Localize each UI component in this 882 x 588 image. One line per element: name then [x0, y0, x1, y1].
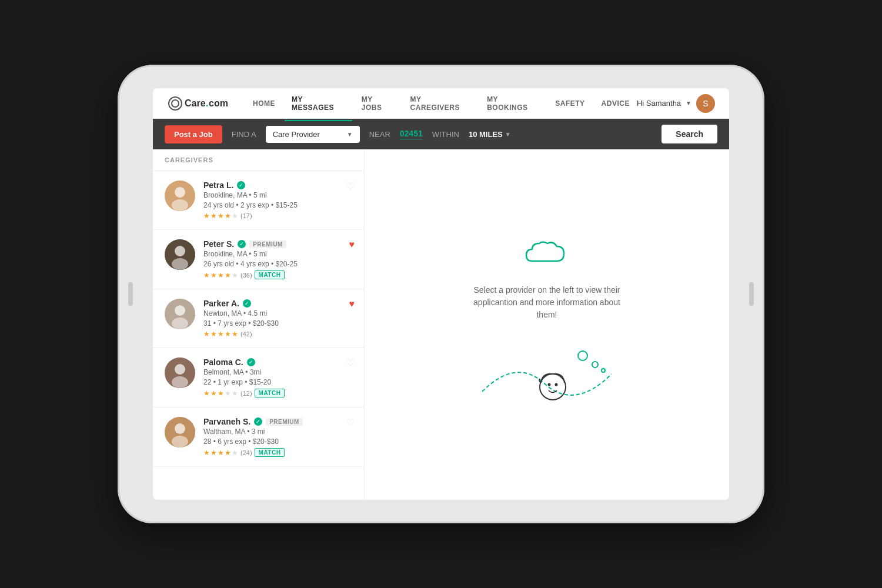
- search-toolbar: Post a Job FIND A Care Provider ▼ NEAR 0…: [153, 119, 729, 149]
- stars: ★★★★★: [203, 449, 238, 457]
- review-count: (42): [240, 330, 252, 338]
- main-nav: Care . com HOME MY MESSAGES MY JOBS MY C…: [153, 88, 729, 119]
- within-label: WITHIN: [432, 130, 459, 139]
- premium-badge: PREMIUM: [249, 240, 286, 248]
- review-count: (24): [240, 449, 252, 456]
- caregiver-avatar: [165, 358, 195, 388]
- caregiver-list: CAREGIVERS Petra L.✓Brookline, MA • 5 mi…: [153, 149, 365, 500]
- star-icon: ★: [218, 271, 224, 279]
- caregiver-info: Paloma C.✓Belmont, MA • 3mi22 • 1 yr exp…: [203, 358, 352, 397]
- logo[interactable]: Care . com: [167, 95, 232, 112]
- empty-state-text: Select a provider on the left to view th…: [470, 284, 623, 321]
- zip-code-field[interactable]: 02451: [400, 129, 423, 139]
- caregiver-info: Parker A.✓Newton, MA • 4.5 mi31 • 7 yrs …: [203, 299, 352, 338]
- svg-point-9: [175, 246, 185, 256]
- within-chevron-icon: ▼: [505, 131, 511, 138]
- caregiver-item[interactable]: Peter S.✓PREMIUMBrookline, MA • 5 mi26 y…: [153, 230, 364, 289]
- svg-point-10: [172, 258, 188, 270]
- nav-my-caregivers[interactable]: MY CAREGIVERS: [403, 88, 478, 121]
- near-label: NEAR: [369, 130, 390, 139]
- svg-point-19: [172, 436, 188, 447]
- svg-point-7: [172, 199, 188, 211]
- caregiver-name: Parvaneh S.: [203, 417, 250, 426]
- svg-point-18: [175, 423, 185, 434]
- svg-point-20: [540, 374, 566, 400]
- star-icon: ★: [203, 330, 210, 338]
- caregiver-item[interactable]: Parvaneh S.✓PREMIUMWaltham, MA • 3 mi28 …: [153, 407, 364, 467]
- star-icon: ★: [203, 389, 210, 397]
- caregiver-item[interactable]: Parker A.✓Newton, MA • 4.5 mi31 • 7 yrs …: [153, 289, 364, 348]
- caregiver-item[interactable]: Petra L.✓Brookline, MA • 5 mi24 yrs old …: [153, 171, 364, 230]
- caregiver-name-row: Petra L.✓: [203, 181, 352, 190]
- svg-point-1: [172, 100, 179, 107]
- care-provider-select[interactable]: Care Provider ▼: [266, 126, 360, 143]
- heart-icon[interactable]: ♥: [349, 239, 355, 250]
- caregiver-details: 26 yrs old • 4 yrs exp • $20-25: [203, 260, 352, 268]
- heart-icon[interactable]: ♡: [346, 417, 355, 428]
- caregiver-avatar: [165, 417, 195, 447]
- stars: ★★★★★: [203, 271, 238, 279]
- caregiver-details: 22 • 1 yr exp • $15-20: [203, 378, 352, 386]
- caregiver-avatar: [165, 181, 195, 211]
- star-icon: ★: [218, 449, 224, 457]
- svg-point-0: [169, 97, 182, 110]
- verified-badge: ✓: [247, 358, 255, 366]
- nav-advice[interactable]: ADVICE: [594, 90, 637, 117]
- svg-point-21: [548, 383, 551, 386]
- heart-icon[interactable]: ♡: [346, 358, 355, 369]
- section-header: CAREGIVERS: [153, 149, 364, 171]
- caregiver-name-row: Parker A.✓: [203, 299, 352, 308]
- caregiver-item[interactable]: Paloma C.✓Belmont, MA • 3mi22 • 1 yr exp…: [153, 348, 364, 407]
- within-select[interactable]: 10 MILES ▼: [469, 130, 511, 139]
- star-icon: ★: [225, 449, 231, 457]
- verified-badge: ✓: [243, 299, 251, 308]
- nav-my-bookings[interactable]: MY BOOKINGS: [480, 88, 546, 121]
- nav-home[interactable]: HOME: [246, 90, 282, 117]
- caregiver-location: Belmont, MA • 3mi: [203, 368, 352, 376]
- svg-text:Care: Care: [185, 98, 206, 108]
- stars-row: ★★★★★(36)MATCH: [203, 270, 352, 279]
- nav-chevron-icon: ▼: [686, 100, 691, 106]
- star-icon: ★: [211, 212, 217, 220]
- svg-point-6: [175, 187, 185, 198]
- stars-row: ★★★★★(24)MATCH: [203, 448, 352, 457]
- stars: ★★★★★: [203, 389, 238, 397]
- chevron-down-icon: ▼: [347, 131, 353, 138]
- nav-links: HOME MY MESSAGES MY JOBS MY CAREGIVERS M…: [246, 88, 637, 121]
- caregiver-name-row: Peter S.✓PREMIUM: [203, 239, 352, 249]
- caregiver-name: Petra L.: [203, 181, 233, 190]
- star-icon: ★: [211, 389, 217, 397]
- avatar[interactable]: S: [696, 94, 715, 113]
- verified-badge: ✓: [237, 181, 245, 189]
- bubble3: [601, 368, 606, 373]
- caregiver-info: Petra L.✓Brookline, MA • 5 mi24 yrs old …: [203, 181, 352, 220]
- post-job-button[interactable]: Post a Job: [165, 125, 222, 143]
- match-badge: MATCH: [255, 448, 285, 457]
- bubble1: [577, 350, 588, 361]
- main-content: CAREGIVERS Petra L.✓Brookline, MA • 5 mi…: [153, 149, 729, 500]
- match-badge: MATCH: [255, 389, 285, 397]
- caregiver-details: 31 • 7 yrs exp • $20-$30: [203, 319, 352, 328]
- heart-icon[interactable]: ♡: [346, 181, 355, 192]
- caregiver-info: Parvaneh S.✓PREMIUMWaltham, MA • 3 mi28 …: [203, 417, 352, 457]
- caregiver-name: Paloma C.: [203, 358, 243, 367]
- caregiver-items-container: Petra L.✓Brookline, MA • 5 mi24 yrs old …: [153, 171, 364, 467]
- star-icon: ★: [232, 330, 238, 338]
- verified-badge: ✓: [238, 240, 246, 248]
- search-button[interactable]: Search: [662, 125, 717, 143]
- stars-row: ★★★★★(17): [203, 212, 352, 220]
- stars-row: ★★★★★(12)MATCH: [203, 389, 352, 397]
- heart-icon[interactable]: ♥: [349, 299, 355, 309]
- star-icon: ★: [211, 330, 217, 338]
- nav-my-messages[interactable]: MY MESSAGES: [285, 88, 352, 121]
- svg-text:.: .: [206, 98, 208, 108]
- tablet-button-right: [749, 282, 754, 306]
- svg-text:com: com: [209, 98, 228, 108]
- nav-safety[interactable]: SAFETY: [548, 90, 592, 117]
- caregiver-avatar: [165, 299, 195, 329]
- caregiver-name: Parker A.: [203, 299, 239, 308]
- star-icon: ★: [232, 271, 238, 279]
- svg-point-15: [175, 364, 185, 375]
- nav-my-jobs[interactable]: MY JOBS: [355, 88, 401, 121]
- star-icon: ★: [225, 330, 231, 338]
